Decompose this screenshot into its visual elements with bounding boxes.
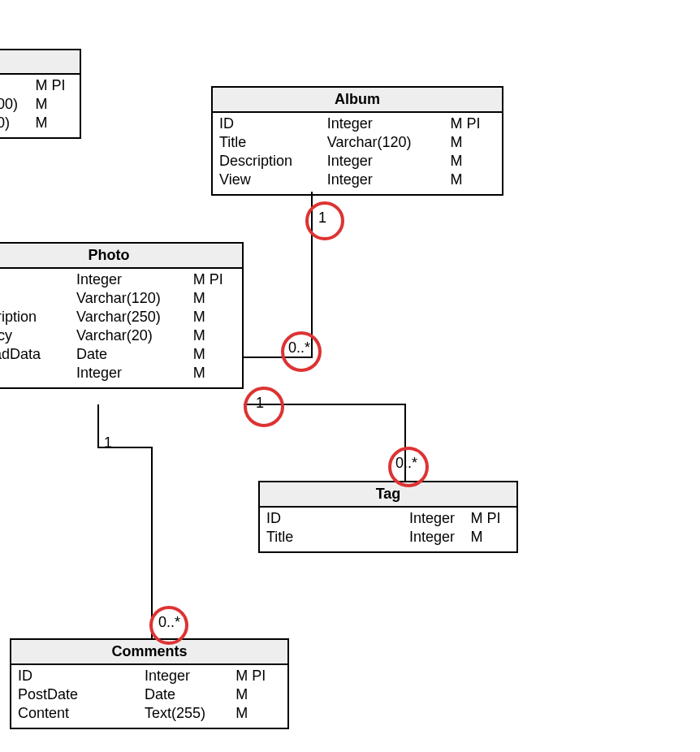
entity-comments: Comments IDIntegerM PI PostDateDateM Con…	[10, 638, 289, 729]
rel-album-photo-v	[311, 192, 313, 358]
table-row: eVarchar(120)M	[0, 289, 237, 308]
table-row: (200)M	[0, 95, 75, 114]
mult-tag-many: 0..*	[395, 455, 417, 472]
rel-photo-comments-v2	[151, 447, 153, 638]
table-row: IDIntegerM PI	[265, 509, 512, 528]
table-row: loadDataDateM	[0, 345, 237, 364]
mult-photo-album-many: 0..*	[288, 339, 310, 357]
entity-tag-header: Tag	[260, 482, 516, 508]
er-diagram-canvas: M PI (200)M (50)M Album IDIntegerM PI Ti…	[0, 0, 700, 752]
entity-topLeft-body: M PI (200)M (50)M	[0, 75, 80, 137]
table-row: vacyVarchar(20)M	[0, 326, 237, 345]
rel-photo-comments-v1	[97, 404, 99, 448]
table-row: IDIntegerM PI	[218, 115, 497, 133]
table-row: IDIntegerM PI	[16, 667, 283, 685]
table-row: PostDateDateM	[16, 685, 283, 704]
table-row: ContentText(255)M	[16, 704, 283, 723]
entity-topLeft-header	[0, 50, 80, 75]
mult-comments-many: 0..*	[158, 614, 180, 631]
table-row: ViewIntegerM	[218, 171, 497, 189]
entity-comments-body: IDIntegerM PI PostDateDateM ContentText(…	[11, 665, 287, 728]
entity-photo-header: Photo	[0, 244, 242, 269]
rel-album-photo-h	[244, 357, 313, 358]
rel-photo-tag-h	[244, 404, 406, 405]
table-row: (50)M	[0, 114, 75, 132]
mult-album-one: 1	[318, 210, 326, 227]
entity-comments-header: Comments	[11, 640, 287, 665]
table-row: TitleIntegerM	[265, 528, 512, 547]
table-row: DescriptionIntegerM	[218, 152, 497, 171]
entity-photo-body: IntegerM PI eVarchar(120)M scriptionVarc…	[0, 269, 242, 387]
entity-album-header: Album	[213, 88, 502, 113]
table-row: M PI	[0, 76, 75, 95]
entity-album-body: IDIntegerM PI TitleVarchar(120)M Descrip…	[213, 113, 502, 194]
table-row: scriptionVarchar(250)M	[0, 308, 237, 326]
entity-tag: Tag IDIntegerM PI TitleIntegerM	[258, 481, 518, 553]
table-row: TitleVarchar(120)M	[218, 133, 497, 152]
table-row: wIntegerM	[0, 364, 237, 382]
entity-photo: Photo IntegerM PI eVarchar(120)M scripti…	[0, 242, 244, 389]
table-row: IntegerM PI	[0, 270, 237, 289]
mult-photo-one-comments: 1	[104, 434, 112, 452]
entity-tag-body: IDIntegerM PI TitleIntegerM	[260, 508, 516, 551]
entity-topLeft: M PI (200)M (50)M	[0, 49, 81, 139]
entity-album: Album IDIntegerM PI TitleVarchar(120)M D…	[211, 86, 503, 196]
mult-photo-one-tag: 1	[256, 395, 264, 412]
